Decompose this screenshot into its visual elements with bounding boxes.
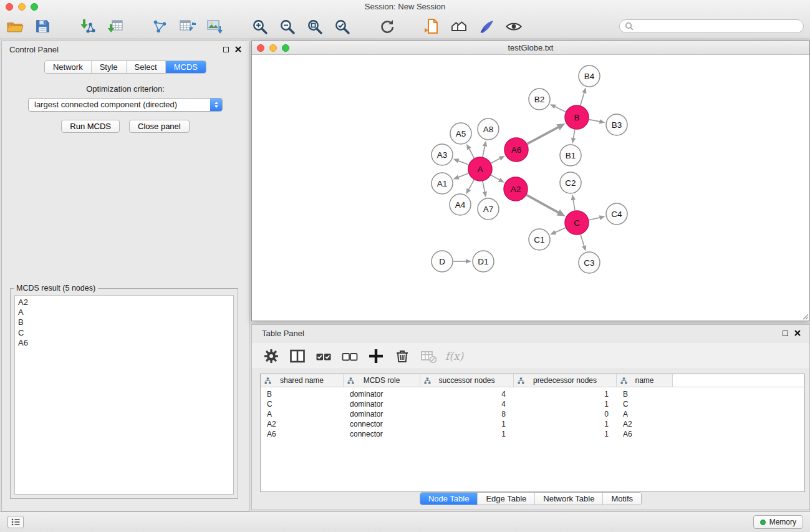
zoom-network-window-button[interactable] [282,44,289,52]
graph-node-C1[interactable]: C1 [529,229,550,250]
task-history-button[interactable] [7,516,24,528]
home-icon[interactable] [449,16,469,37]
graph-edge-C-C4[interactable] [589,218,601,220]
graph-node-C[interactable]: C [565,211,589,235]
graph-edge-C-C2[interactable] [573,199,575,210]
create-column-plus-icon[interactable] [367,347,385,365]
tab-edge-table[interactable]: Edge Table [478,493,535,505]
float-table-panel-icon[interactable] [783,331,788,336]
tab-node-table[interactable]: Node Table [420,493,478,505]
resize-grip-icon[interactable] [801,312,809,320]
zoom-in-icon[interactable] [249,16,269,37]
graph-node-B1[interactable]: B1 [560,145,581,166]
column-header-shared-name[interactable]: shared name [261,374,344,387]
graph-edge-A2-C[interactable] [527,195,559,213]
mcds-result-list[interactable]: A2ABCA6 [14,295,234,495]
graph-edge-B-B2[interactable] [554,107,566,112]
column-header-successor-nodes[interactable]: successor nodes [420,374,514,387]
column-header-MCDS-role[interactable]: MCDS role [344,374,420,387]
graph-node-A8[interactable]: A8 [478,118,499,140]
search-field[interactable] [619,19,804,33]
memory-button[interactable]: Memory [753,515,803,529]
run-mcds-button[interactable]: Run MCDS [61,120,120,133]
network-window-titlebar[interactable]: testGlobe.txt [252,41,809,55]
import-table-from-file-icon[interactable] [105,16,125,37]
mcds-result-item[interactable]: A2 [18,297,230,307]
unselect-all-columns-icon[interactable] [340,347,359,365]
graph-edge-A6-B[interactable] [528,127,559,143]
save-session-icon[interactable] [32,16,52,37]
tab-mcds[interactable]: MCDS [166,61,206,73]
open-document-icon[interactable] [422,16,441,37]
select-all-columns-icon[interactable] [314,347,333,365]
graph-node-B4[interactable]: B4 [579,65,600,87]
zoom-fit-content-icon[interactable] [304,16,324,37]
graph-node-C2[interactable]: C2 [560,172,581,193]
tab-style[interactable]: Style [92,61,127,73]
graph-node-A3[interactable]: A3 [432,144,453,165]
graph-edge-B-B3[interactable] [589,120,600,122]
graph-edge-A-A2[interactable] [491,175,500,180]
network-canvas[interactable]: AA6A2BCA5A8A3A1A4A7B2B4B3B1C2C1C4C3DD1 [252,55,809,321]
graph-node-B3[interactable]: B3 [606,114,627,135]
close-panel-icon[interactable] [235,46,241,52]
graph-node-A5[interactable]: A5 [450,123,471,144]
graph-edge-B-B4[interactable] [581,92,585,105]
graph-edge-C-C3[interactable] [581,235,584,247]
float-panel-icon[interactable] [223,47,229,52]
close-network-window-button[interactable] [257,44,264,52]
graph-edge-B-B1[interactable] [573,130,574,139]
tab-network-table[interactable]: Network Table [535,493,603,505]
new-network-icon[interactable] [150,16,170,37]
graph-node-D1[interactable]: D1 [473,251,494,272]
graph-edge-A-A6[interactable] [491,158,501,163]
graph-edge-A-A7[interactable] [483,181,485,193]
open-session-icon[interactable] [5,16,25,37]
show-column-icon[interactable] [288,347,307,365]
mcds-result-item[interactable]: A [18,307,230,317]
show-graphics-details-icon[interactable] [504,16,524,37]
apply-style-icon[interactable] [476,16,496,37]
graph-edge-A-A4[interactable] [468,180,474,190]
graph-edge-A-A8[interactable] [483,145,485,157]
criterion-dropdown[interactable]: largest connected component (directed) [28,98,223,112]
mcds-result-item[interactable]: A6 [18,338,230,348]
zoom-selected-icon[interactable] [332,16,352,37]
minimize-network-window-button[interactable] [269,44,277,52]
minimize-window-button[interactable] [18,3,26,11]
search-input[interactable] [637,22,798,31]
import-network-from-file-icon[interactable] [77,16,97,37]
close-panel-button[interactable]: Close panel [129,120,190,133]
graph-edge-A-A5[interactable] [469,148,475,158]
graph-node-A[interactable]: A [468,157,492,181]
graph-node-C4[interactable]: C4 [606,203,627,225]
graph-node-C3[interactable]: C3 [579,252,600,273]
graph-node-A1[interactable]: A1 [432,173,453,194]
delete-column-trash-icon[interactable] [393,347,412,365]
tab-select[interactable]: Select [127,61,166,73]
close-table-panel-icon[interactable] [794,330,801,336]
graph-node-B[interactable]: B [565,105,589,129]
table-row[interactable]: Cdominator41C [261,399,804,409]
graph-edge-C-C1[interactable] [554,228,566,233]
export-image-icon[interactable] [205,16,224,37]
graph-node-B2[interactable]: B2 [529,89,550,110]
close-window-button[interactable] [6,3,13,11]
graph-node-D[interactable]: D [432,251,453,272]
table-row[interactable]: Adominator80A [261,409,804,419]
mcds-result-item[interactable]: B [18,317,230,327]
refresh-layout-icon[interactable] [377,16,397,37]
column-header-name[interactable]: name [617,374,673,387]
table-row[interactable]: A6connector11A6 [261,429,804,439]
zoom-window-button[interactable] [31,3,38,11]
export-table-icon[interactable] [177,16,197,37]
graph-edge-A-A1[interactable] [458,173,468,178]
table-row[interactable]: A2connector11A2 [261,419,804,429]
tab-motifs[interactable]: Motifs [603,493,641,505]
table-row[interactable]: Bdominator41B [261,389,804,399]
table-settings-gear-icon[interactable] [262,347,281,365]
graph-node-A7[interactable]: A7 [478,198,499,220]
mcds-result-item[interactable]: C [18,328,230,338]
graph-edge-A-A3[interactable] [458,160,468,165]
tab-network[interactable]: Network [45,61,92,73]
